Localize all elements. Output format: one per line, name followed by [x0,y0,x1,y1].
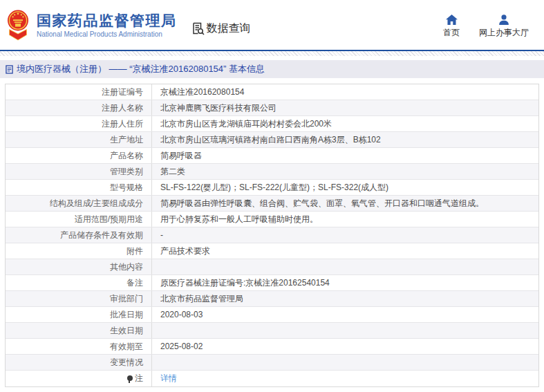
row-label: 其他内容 [6,259,152,274]
pin-icon [127,375,133,381]
row-value: 北京市房山区青龙湖镇庙耳岗村村委会北200米 [152,116,538,131]
row-label-text: 结构及组成/主要组成成分 [50,198,143,209]
row-value: SL-FS-122(婴儿型)；SL-FS-222(儿童型)；SL-FS-322(… [152,180,538,195]
table-row: 注详情 [6,371,538,386]
table-row: 适用范围/预期用途用于心肺复苏和一般人工呼吸辅助时使用。 [6,212,538,227]
nav-item-service-hall[interactable]: 网上办事大厅 [479,15,529,39]
document-search-icon [191,21,205,35]
data-query-label: 数据查询 [207,21,251,36]
table-row: 批准日期2020-08-03 [6,307,538,323]
row-label: 备注 [6,275,152,290]
row-label-text: 变更情况 [110,357,143,368]
detail-link[interactable]: 详情 [160,373,177,384]
info-table-body: 注册证编号京械注准20162080154注册人名称北京神鹿腾飞医疗科技有限公司注… [6,84,538,386]
row-label: 有效期至 [6,339,152,354]
row-label-text: 注册证编号 [102,86,143,98]
row-value: 2025-08-02 [152,339,538,354]
hatch-texture-band [0,51,544,56]
row-value: 2020-08-03 [152,307,538,322]
row-label-text: 生产地址 [110,134,143,146]
nav-item-home[interactable]: 首页 [443,15,460,39]
top-nav: 首页 网上办事大厅 [443,15,529,39]
row-label: 注 [6,371,152,386]
table-row: 产品名称简易呼吸器 [6,148,538,164]
row-value: 京械注准20162080154 [152,84,538,100]
row-label-text: 其他内容 [110,261,143,273]
user-icon [498,15,509,25]
row-value: 北京市药品监督管理局 [152,291,538,306]
nav-item-label: 网上办事大厅 [479,27,529,39]
row-label: 注册人住所 [6,116,152,131]
row-label-text: 注册人名称 [102,102,143,114]
row-value: 详情 [152,371,538,386]
row-label-text: 审批部门 [110,293,143,305]
table-row: 备注原医疗器械注册证编号:京械注准20162540154 [6,275,538,291]
org-names: 国家药品监督管理局 National Medical Products Admi… [37,12,177,37]
row-label: 审批部门 [6,291,152,306]
row-value: 原医疗器械注册证编号:京械注准20162540154 [152,275,538,290]
row-label-text: 注册人住所 [102,118,143,130]
row-label-text: 备注 [126,277,143,289]
table-row: 注册人名称北京神鹿腾飞医疗科技有限公司 [6,100,538,116]
row-label: 变更情况 [6,355,152,370]
row-value: 简易呼吸器由弹性呼吸囊、组合阀、贮气袋、面罩、氧气管、开口器和口咽通气道组成。 [152,196,538,211]
table-row: 变更情况 [6,355,538,371]
table-row: 附件产品技术要求 [6,243,538,259]
page-title: 境内医疗器械（注册） —— “京械注准20162080154” 基本信息 [17,63,265,75]
org-name-en: National Medical Products Administration [37,30,177,38]
row-label: 产品名称 [6,148,152,163]
row-value: 北京神鹿腾飞医疗科技有限公司 [152,100,538,115]
org-name-cn: 国家药品监督管理局 [37,12,177,29]
row-label-text: 批准日期 [110,309,143,321]
row-label-text: 注 [135,373,143,384]
nav-item-label: 首页 [443,27,460,39]
row-label: 结构及组成/主要组成成分 [6,196,152,211]
row-label-text: 管理类别 [110,166,143,178]
row-label-text: 有效期至 [110,341,143,353]
row-label-text: 产品储存条件及有效期 [60,230,143,241]
table-row: 型号规格SL-FS-122(婴儿型)；SL-FS-222(儿童型)；SL-FS-… [6,180,538,196]
row-label-text: 生效日期 [110,325,143,337]
row-value [152,323,538,338]
home-icon [446,15,458,25]
row-value [152,355,538,370]
table-row: 结构及组成/主要组成成分简易呼吸器由弹性呼吸囊、组合阀、贮气袋、面罩、氧气管、开… [6,196,538,212]
table-row: 其他内容 [6,259,538,275]
row-value: 用于心肺复苏和一般人工呼吸辅助时使用。 [152,212,538,227]
row-label: 产品储存条件及有效期 [6,227,152,243]
row-label-text: 产品名称 [110,150,143,162]
row-label-text: 适用范围/预期用途 [75,214,143,225]
table-row: 生效日期 [6,323,538,339]
data-query-menu[interactable]: 数据查询 [191,21,251,36]
row-label: 管理类别 [6,164,152,179]
row-label-text: 附件 [126,245,143,257]
row-value [152,259,538,274]
row-label: 注册人名称 [6,100,152,115]
row-value: 北京市房山区琉璃河镇路村南白路口西南角A栋3层、B栋102 [152,132,538,147]
site-header: 国家药品监督管理局 National Medical Products Admi… [0,0,544,50]
national-emblem [7,9,29,41]
row-label: 型号规格 [6,180,152,195]
table-row: 注册证编号京械注准20162080154 [6,84,538,100]
page-title-bar: 境内医疗器械（注册） —— “京械注准20162080154” 基本信息 [0,60,544,78]
table-row: 生产地址北京市房山区琉璃河镇路村南白路口西南角A栋3层、B栋102 [6,132,538,148]
row-value: 第二类 [152,164,538,179]
row-value: 简易呼吸器 [152,148,538,163]
row-label: 批准日期 [6,307,152,322]
table-row: 管理类别第二类 [6,164,538,180]
info-table: 注册证编号京械注准20162080154注册人名称北京神鹿腾飞医疗科技有限公司注… [5,84,539,387]
row-value: 产品技术要求 [152,243,538,259]
row-label: 适用范围/预期用途 [6,212,152,227]
table-row: 产品储存条件及有效期- [6,227,538,243]
site-logo[interactable]: 国家药品监督管理局 National Medical Products Admi… [7,9,177,41]
table-row: 注册人住所北京市房山区青龙湖镇庙耳岗村村委会北200米 [6,116,538,132]
table-row: 审批部门北京市药品监督管理局 [6,291,538,307]
row-label-text: 型号规格 [110,182,143,194]
row-label: 附件 [6,243,152,259]
row-label: 生效日期 [6,323,152,338]
table-row: 有效期至2025-08-02 [6,339,538,355]
document-icon [6,65,13,74]
row-label: 注册证编号 [6,84,152,100]
row-label: 生产地址 [6,132,152,147]
row-value: - [152,227,538,243]
